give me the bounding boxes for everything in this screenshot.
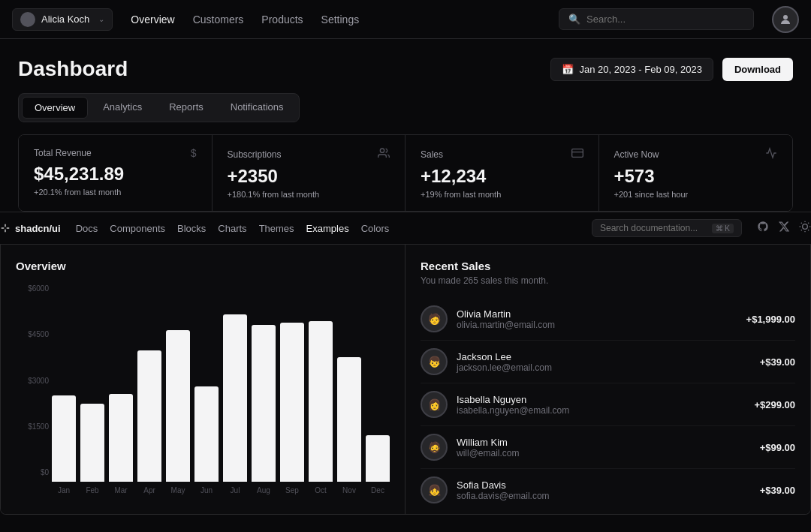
- metric-label: Subscriptions: [228, 149, 282, 160]
- bar-wrapper: [194, 284, 219, 482]
- bar-wrapper: [80, 284, 104, 482]
- credit-card-icon: [571, 147, 583, 161]
- svg-point-1: [380, 149, 384, 152]
- metric-card-revenue: Total Revenue $ $45,231.89 +20.1% from l…: [19, 135, 213, 211]
- bar-wrapper: [166, 284, 190, 482]
- metric-value: $45,231.89: [34, 164, 197, 185]
- bottom-section: Overview $6000 $4500 $3000 $1500 $0 JanF…: [0, 245, 811, 515]
- chart-area: $6000 $4500 $3000 $1500 $0 JanFebMarAprM…: [16, 284, 390, 494]
- tab-overview[interactable]: Overview: [22, 97, 88, 119]
- sale-info: Isabella Nguyen isabella.nguyen@email.co…: [457, 394, 745, 416]
- sales-panel: Recent Sales You made 265 sales this mon…: [406, 245, 810, 515]
- sales-list: 🧑 Olivia Martin olivia.martin@email.com …: [421, 298, 795, 511]
- dashboard-header: Dashboard 📅 Jan 20, 2023 - Feb 09, 2023 …: [18, 57, 793, 81]
- shadcn-link-colors[interactable]: Colors: [361, 223, 390, 234]
- metric-card-active: Active Now +573 +201 since last hour: [599, 135, 793, 211]
- date-range-label: Jan 20, 2023 - Feb 09, 2023: [580, 64, 702, 75]
- y-label: $4500: [16, 330, 49, 338]
- bar-wrapper: [252, 284, 276, 482]
- shadcn-search-input[interactable]: [600, 223, 706, 233]
- date-range-picker[interactable]: 📅 Jan 20, 2023 - Feb 09, 2023: [550, 58, 713, 81]
- sale-email: jackson.lee@email.com: [457, 362, 751, 373]
- calendar-icon: 📅: [562, 64, 574, 75]
- shadcn-logo[interactable]: shadcn/ui: [0, 223, 61, 234]
- shadcn-link-examples[interactable]: Examples: [306, 223, 349, 234]
- chart-title: Overview: [16, 260, 390, 272]
- svg-rect-2: [571, 149, 583, 158]
- shadcn-logo-text: shadcn/ui: [15, 223, 61, 234]
- sale-email: sofia.davis@email.com: [457, 491, 751, 501]
- bar-wrapper: [309, 284, 333, 482]
- download-button[interactable]: Download: [722, 58, 793, 81]
- user-name: Alicia Koch: [41, 14, 89, 25]
- shadcn-link-components[interactable]: Components: [110, 223, 165, 234]
- tab-notifications[interactable]: Notifications: [219, 97, 296, 119]
- github-icon[interactable]: [757, 221, 769, 236]
- svg-point-0: [783, 15, 788, 20]
- avatar: 🧔: [421, 434, 448, 461]
- list-item: 👦 Jackson Lee jackson.lee@email.com +$39…: [421, 341, 795, 383]
- sale-name: Sofia Davis: [457, 479, 751, 491]
- sale-info: Sofia Davis sofia.davis@email.com: [457, 479, 751, 501]
- shadcn-link-docs[interactable]: Docs: [76, 223, 98, 234]
- chevron-down-icon: ⌄: [98, 15, 104, 23]
- sale-info: Jackson Lee jackson.lee@email.com: [457, 351, 751, 373]
- chart-panel: Overview $6000 $4500 $3000 $1500 $0 JanF…: [1, 245, 406, 515]
- sale-name: Olivia Martin: [457, 308, 737, 320]
- tab-reports[interactable]: Reports: [157, 97, 216, 119]
- tab-analytics[interactable]: Analytics: [91, 97, 154, 119]
- shadcn-link-charts[interactable]: Charts: [218, 223, 246, 234]
- svg-point-8: [803, 224, 808, 230]
- metric-label: Sales: [421, 149, 443, 160]
- nav-link-settings[interactable]: Settings: [321, 11, 360, 29]
- x-label: Jun: [194, 486, 219, 494]
- metric-card-header: Subscriptions: [228, 147, 390, 161]
- avatar: 👩: [421, 391, 448, 418]
- nav-link-products[interactable]: Products: [261, 11, 303, 29]
- list-item: 🧑 Olivia Martin olivia.martin@email.com …: [421, 298, 795, 341]
- twitter-icon[interactable]: [778, 221, 790, 236]
- x-label: Nov: [337, 486, 361, 494]
- search-input[interactable]: [586, 14, 744, 25]
- main-content: Dashboard 📅 Jan 20, 2023 - Feb 09, 2023 …: [0, 39, 811, 212]
- x-label: Aug: [252, 486, 276, 494]
- x-label: Oct: [309, 486, 333, 494]
- metric-card-header: Sales: [421, 147, 583, 161]
- x-label: Sep: [280, 486, 304, 494]
- metric-card-subscriptions: Subscriptions +2350 +180.1% from last mo…: [213, 135, 406, 211]
- x-label: Jan: [52, 486, 76, 494]
- sale-name: Isabella Nguyen: [457, 394, 745, 405]
- nav-links: Overview Customers Products Settings: [131, 11, 541, 29]
- user-selector[interactable]: Alicia Koch ⌄: [12, 8, 113, 31]
- shadcn-link-blocks[interactable]: Blocks: [177, 223, 206, 234]
- x-label: Feb: [80, 486, 104, 494]
- avatar[interactable]: [772, 6, 799, 33]
- metric-label: Active Now: [614, 149, 659, 160]
- bar-wrapper: [337, 284, 361, 482]
- x-label: Jul: [223, 486, 247, 494]
- metric-change: +20.1% from last month: [34, 188, 197, 197]
- x-axis: JanFebMarAprMayJunJulAugSepOctNovDec: [52, 482, 390, 494]
- top-search-bar[interactable]: 🔍: [559, 8, 754, 30]
- shadcn-link-themes[interactable]: Themes: [259, 223, 294, 234]
- avatar: 👧: [421, 476, 448, 503]
- bar-wrapper: [223, 284, 247, 482]
- bars-area: JanFebMarAprMayJunJulAugSepOctNovDec: [52, 284, 390, 494]
- nav-link-customers[interactable]: Customers: [193, 11, 244, 29]
- nav-link-overview[interactable]: Overview: [131, 11, 174, 29]
- sale-amount: +$299.00: [754, 399, 795, 410]
- theme-toggle-icon[interactable]: [799, 221, 811, 236]
- avatar: 👦: [421, 348, 448, 375]
- sale-amount: +$39.00: [760, 485, 795, 496]
- sales-subtitle: You made 265 sales this month.: [421, 275, 795, 286]
- sale-amount: +$1,999.00: [746, 314, 795, 325]
- x-label: Apr: [137, 486, 161, 494]
- user-avatar: [20, 12, 35, 27]
- sale-info: Olivia Martin olivia.martin@email.com: [457, 308, 737, 330]
- shadcn-search-bar[interactable]: ⌘ K: [592, 219, 742, 237]
- page-title: Dashboard: [18, 57, 128, 81]
- metric-card-header: Active Now: [614, 147, 778, 161]
- metric-change: +180.1% from last month: [228, 190, 390, 199]
- shadcn-bar: shadcn/ui Docs Components Blocks Charts …: [0, 212, 811, 245]
- metric-value: +12,234: [421, 166, 583, 187]
